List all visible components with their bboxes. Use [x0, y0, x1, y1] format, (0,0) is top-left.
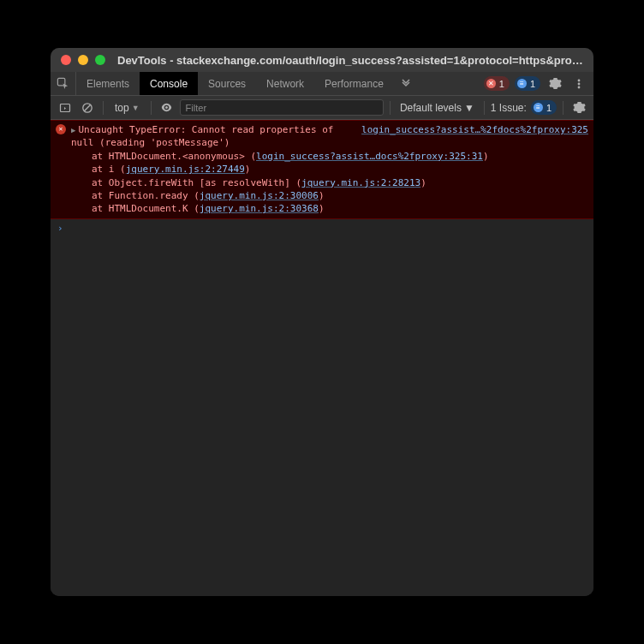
console-error-row[interactable]: ✕ ▶Uncaught TypeError: Cannot read prope…: [51, 120, 593, 219]
error-icon: ✕: [486, 79, 496, 88]
issues-link-count: 1: [546, 103, 552, 113]
close-window-button[interactable]: [61, 55, 71, 65]
error-count: 1: [499, 79, 504, 89]
prompt-caret-icon: ›: [57, 223, 63, 234]
stack-link[interactable]: login_success?assist…docs%2fproxy:325:31: [256, 151, 483, 162]
console-settings-icon[interactable]: [569, 98, 588, 117]
error-source-link[interactable]: login_success?assist…%2fdocs%2fproxy:325: [361, 123, 588, 136]
stack-link[interactable]: jquery.min.js:2:30368: [200, 203, 319, 214]
console-content: ✕ ▶Uncaught TypeError: Cannot read prope…: [51, 120, 593, 596]
more-tabs-button[interactable]: [394, 72, 418, 95]
tab-performance[interactable]: Performance: [314, 72, 394, 95]
log-levels-label: Default levels: [400, 102, 462, 114]
kebab-menu-icon[interactable]: [569, 75, 588, 93]
main-tabs: Elements Console Sources Network Perform…: [51, 72, 593, 96]
tab-indicators: ✕ 1 ≡ 1: [484, 72, 593, 95]
stack-link[interactable]: jquery.min.js:2:27449: [126, 164, 245, 175]
expand-triangle-icon[interactable]: ▶: [71, 125, 75, 136]
error-icon: ✕: [56, 124, 66, 134]
chevron-down-icon: ▼: [132, 104, 140, 112]
error-message-line1: Uncaught TypeError: Cannot read properti…: [78, 124, 333, 135]
tab-sources[interactable]: Sources: [198, 72, 256, 95]
window-title: DevTools - stackexchange.com/oauth/login…: [117, 54, 583, 67]
error-message-line2: null (reading 'postMessage'): [71, 136, 353, 149]
console-prompt[interactable]: ›: [51, 219, 593, 237]
issue-icon: ≡: [534, 103, 543, 112]
stack-link[interactable]: jquery.min.js:2:28213: [301, 177, 420, 188]
zoom-window-button[interactable]: [95, 55, 105, 65]
toggle-sidebar-icon[interactable]: [56, 98, 75, 117]
clear-console-icon[interactable]: [78, 98, 97, 117]
issues-link[interactable]: 1 Issue: ≡ 1: [491, 100, 557, 115]
settings-icon[interactable]: [546, 75, 564, 93]
tab-network[interactable]: Network: [256, 72, 314, 95]
stack-frame: at HTMLDocument.<anonymous> (login_succe…: [71, 150, 588, 163]
stack-frame: at HTMLDocument.K (jquery.min.js:2:30368…: [71, 202, 588, 215]
tab-elements[interactable]: Elements: [76, 72, 140, 95]
context-selector[interactable]: top ▼: [110, 100, 145, 116]
minimize-window-button[interactable]: [78, 55, 88, 65]
svg-line-6: [84, 104, 90, 110]
svg-point-1: [578, 79, 581, 81]
issues-text: 1 Issue:: [491, 102, 527, 114]
titlebar: DevTools - stackexchange.com/oauth/login…: [51, 48, 593, 72]
issues-count-badge[interactable]: ≡ 1: [515, 76, 540, 91]
stack-link[interactable]: jquery.min.js:2:30006: [200, 190, 319, 201]
traffic-lights: [61, 55, 105, 65]
svg-point-3: [578, 86, 581, 88]
context-label: top: [115, 102, 129, 114]
chevron-down-icon: ▼: [464, 102, 474, 114]
tab-console[interactable]: Console: [140, 72, 198, 95]
stack-frame: at Function.ready (jquery.min.js:2:30006…: [71, 189, 588, 202]
issue-icon: ≡: [517, 79, 527, 88]
stack-frame: at i (jquery.min.js:2:27449): [71, 163, 588, 176]
console-toolbar: top ▼ Default levels ▼ 1 Issue: ≡ 1: [51, 96, 593, 120]
issues-count: 1: [530, 79, 535, 89]
inspect-element-icon[interactable]: [51, 72, 76, 95]
log-levels-dropdown[interactable]: Default levels ▼: [397, 100, 478, 116]
error-count-badge[interactable]: ✕ 1: [484, 76, 510, 91]
live-expression-icon[interactable]: [158, 98, 176, 117]
stack-frame: at Object.fireWith [as resolveWith] (jqu…: [71, 176, 588, 189]
svg-point-2: [578, 82, 581, 85]
devtools-window: DevTools - stackexchange.com/oauth/login…: [51, 48, 593, 596]
filter-input[interactable]: [180, 99, 384, 116]
